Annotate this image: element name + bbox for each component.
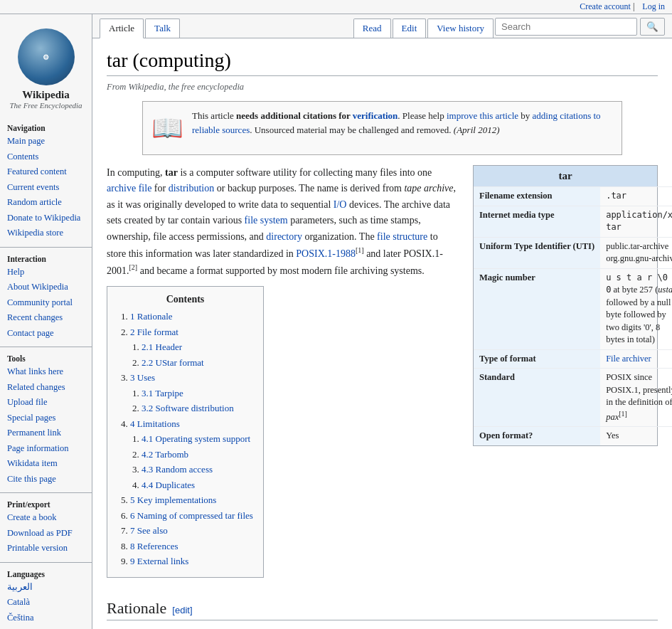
sidebar-item-create-book[interactable]: Create a book bbox=[7, 510, 85, 526]
sidebar-languages: Languages العربية Català Čeština Deutsch… bbox=[0, 570, 92, 630]
notice-text: This article needs additional citations … bbox=[192, 109, 613, 137]
sidebar-item-upload[interactable]: Upload file bbox=[7, 395, 85, 411]
toc-link-3-2[interactable]: 3.2 Software distribution bbox=[142, 403, 234, 413]
notice-icon: 📖 bbox=[151, 109, 183, 147]
rationale-edit-link[interactable]: [edit] bbox=[172, 605, 192, 615]
io-link[interactable]: I/O bbox=[334, 199, 347, 210]
toc-link-2-2[interactable]: 2.2 UStar format bbox=[142, 357, 204, 368]
toc-link-4-2[interactable]: 4.2 Tarbomb bbox=[142, 449, 188, 460]
file-structure-link[interactable]: file structure bbox=[377, 231, 427, 242]
toc-item-4: 4 Limitations 4.1 Operating system suppo… bbox=[130, 417, 253, 492]
file-archiver-link[interactable]: File archiver bbox=[606, 354, 651, 364]
toc-link-2-1[interactable]: 2.1 Header bbox=[142, 342, 182, 352]
infobox-label-open: Open format? bbox=[474, 427, 600, 445]
posix-link[interactable]: POSIX.1-1988 bbox=[296, 248, 356, 259]
wikipedia-wordmark: Wikipedia bbox=[4, 89, 88, 101]
sidebar-lang-catala[interactable]: Català bbox=[7, 595, 85, 610]
notice-box: 📖 This article needs additional citation… bbox=[142, 101, 622, 155]
verification-link[interactable]: verification bbox=[353, 110, 398, 121]
directory-link[interactable]: directory bbox=[266, 231, 302, 242]
sidebar-lang-cestina[interactable]: Čeština bbox=[7, 610, 85, 626]
sidebar-item-permanent-link[interactable]: Permanent link bbox=[7, 426, 85, 441]
tab-read[interactable]: Read bbox=[353, 18, 391, 38]
toc-link-4-1[interactable]: 4.1 Operating system support bbox=[142, 433, 250, 444]
tab-talk[interactable]: Talk bbox=[145, 18, 180, 38]
infobox-row-uti: Uniform Type Identifier (UTI) public.tar… bbox=[474, 237, 672, 268]
toc-item-7: 7 See also bbox=[130, 524, 253, 538]
toc-link-4[interactable]: 4 Limitations bbox=[130, 418, 180, 429]
infobox-label-media-type: Internet media type bbox=[474, 206, 600, 237]
sidebar-item-download-pdf[interactable]: Download as PDF bbox=[7, 526, 85, 541]
sidebar-item-current-events[interactable]: Current events bbox=[7, 180, 85, 196]
toc-link-9[interactable]: 9 External links bbox=[130, 556, 188, 566]
infobox-value-standard: POSIX since POSIX.1, presently in the de… bbox=[600, 369, 672, 427]
toc-link-5[interactable]: 5 Key implementations bbox=[130, 495, 216, 505]
toc-title: Contents bbox=[117, 294, 253, 305]
sidebar-item-what-links[interactable]: What links here bbox=[7, 364, 85, 380]
top-bar: Create account | Log in bbox=[0, 0, 672, 14]
tab-article[interactable]: Article bbox=[100, 18, 144, 38]
sidebar-item-random-article[interactable]: Random article bbox=[7, 195, 85, 211]
toc-item-2: 2 File format 2.1 Header 2.2 UStar forma… bbox=[130, 325, 253, 370]
sidebar-item-page-info[interactable]: Page information bbox=[7, 441, 85, 457]
sidebar-item-help[interactable]: Help bbox=[7, 265, 85, 280]
sidebar-item-featured-content[interactable]: Featured content bbox=[7, 164, 85, 180]
infobox-label-filename: Filename extension bbox=[474, 187, 600, 206]
sidebar-item-printable[interactable]: Printable version bbox=[7, 541, 85, 556]
sidebar-tools: Tools What links here Related changes Up… bbox=[0, 354, 92, 487]
infobox-row-media-type: Internet media type application/x-tar bbox=[474, 206, 672, 237]
toc-link-8[interactable]: 8 References bbox=[130, 541, 178, 551]
search-input[interactable] bbox=[495, 18, 637, 36]
toc-link-7[interactable]: 7 See also bbox=[130, 525, 168, 536]
toc-item-8: 8 References bbox=[130, 539, 253, 554]
toc-link-3[interactable]: 3 Uses bbox=[130, 372, 155, 383]
toc-item-2-1: 2.1 Header bbox=[142, 340, 253, 354]
toc-item-4-1: 4.1 Operating system support bbox=[142, 432, 253, 446]
infobox-label-magic: Magic number bbox=[474, 268, 600, 349]
sidebar-lang-arabic[interactable]: العربية bbox=[7, 580, 85, 596]
search-button[interactable]: 🔍 bbox=[640, 18, 665, 36]
toc-link-6[interactable]: 6 Naming of compressed tar files bbox=[130, 510, 253, 521]
infobox-row-open: Open format? Yes bbox=[474, 427, 672, 445]
infobox-row-standard: Standard POSIX since POSIX.1, presently … bbox=[474, 369, 672, 427]
infobox-value-uti: public.tar-archiveorg.gnu.gnu-archive bbox=[600, 237, 672, 268]
logo-area: ⚙ Wikipedia The Free Encyclopedia bbox=[0, 21, 92, 117]
sidebar-item-donate[interactable]: Donate to Wikipedia bbox=[7, 211, 85, 226]
toc-link-1[interactable]: 1 Rationale bbox=[130, 311, 173, 322]
tab-view-history[interactable]: View history bbox=[427, 18, 494, 38]
sidebar-item-wikidata[interactable]: Wikidata item bbox=[7, 456, 85, 472]
file-system-link[interactable]: file system bbox=[245, 215, 288, 226]
sidebar-item-community-portal[interactable]: Community portal bbox=[7, 295, 85, 311]
infobox-row-filename: Filename extension .tar bbox=[474, 187, 672, 206]
rationale-paragraph: Many historic tape drives read and write… bbox=[107, 626, 658, 629]
toc-item-1: 1 Rationale bbox=[130, 310, 253, 324]
tab-edit[interactable]: Edit bbox=[393, 18, 427, 38]
sidebar-item-special-pages[interactable]: Special pages bbox=[7, 411, 85, 426]
sidebar-lang-deutsch[interactable]: Deutsch bbox=[7, 625, 85, 629]
log-in-link[interactable]: Log in bbox=[642, 1, 665, 11]
sidebar-item-recent-changes[interactable]: Recent changes bbox=[7, 310, 85, 326]
toc-link-4-4[interactable]: 4.4 Duplicates bbox=[142, 480, 195, 490]
sidebar-item-about[interactable]: About Wikipedia bbox=[7, 280, 85, 295]
sidebar-item-contact[interactable]: Contact page bbox=[7, 326, 85, 342]
sidebar-item-store[interactable]: Wikipedia store bbox=[7, 226, 85, 241]
sidebar-item-related-changes[interactable]: Related changes bbox=[7, 380, 85, 396]
toc-link-2[interactable]: 2 File format bbox=[130, 327, 178, 337]
toc-item-4-2: 4.2 Tarbomb bbox=[142, 448, 253, 462]
infobox-label-standard: Standard bbox=[474, 369, 600, 427]
search-area: 🔍 bbox=[495, 18, 665, 36]
sidebar-item-main-page[interactable]: Main page bbox=[7, 134, 85, 149]
infobox-row-type: Type of format File archiver bbox=[474, 349, 672, 369]
distribution-link[interactable]: distribution bbox=[169, 183, 215, 194]
toc-link-3-1[interactable]: 3.1 Tarpipe bbox=[142, 388, 183, 398]
languages-label: Languages bbox=[7, 570, 85, 578]
archive-file-link[interactable]: archive file bbox=[107, 183, 151, 194]
infobox: tar Filename extension .tar Internet med… bbox=[473, 165, 658, 446]
sidebar-item-contents[interactable]: Contents bbox=[7, 149, 85, 165]
toc-item-6: 6 Naming of compressed tar files bbox=[130, 509, 253, 523]
create-account-link[interactable]: Create account bbox=[580, 1, 631, 11]
sidebar-item-cite[interactable]: Cite this page bbox=[7, 472, 85, 487]
improve-article-link[interactable]: improve this article bbox=[447, 110, 518, 121]
toc-link-4-3[interactable]: 4.3 Random access bbox=[142, 464, 213, 475]
infobox-value-filename: .tar bbox=[600, 187, 672, 206]
